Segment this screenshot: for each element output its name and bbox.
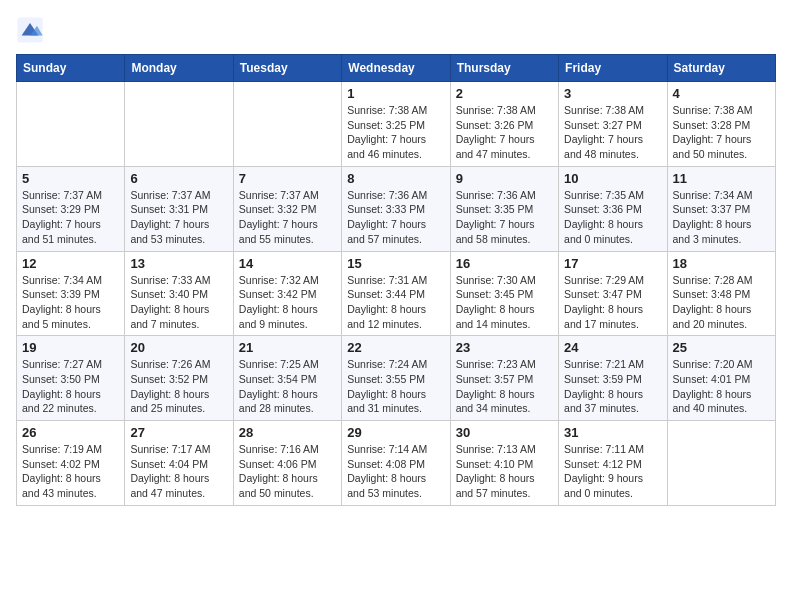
day-number: 30: [456, 425, 553, 440]
calendar-week-row: 19Sunrise: 7:27 AMSunset: 3:50 PMDayligh…: [17, 336, 776, 421]
day-info: Sunrise: 7:29 AMSunset: 3:47 PMDaylight:…: [564, 273, 661, 332]
day-number: 12: [22, 256, 119, 271]
calendar-cell: 21Sunrise: 7:25 AMSunset: 3:54 PMDayligh…: [233, 336, 341, 421]
column-header-thursday: Thursday: [450, 55, 558, 82]
column-header-friday: Friday: [559, 55, 667, 82]
day-number: 18: [673, 256, 770, 271]
calendar-cell: 23Sunrise: 7:23 AMSunset: 3:57 PMDayligh…: [450, 336, 558, 421]
day-info: Sunrise: 7:33 AMSunset: 3:40 PMDaylight:…: [130, 273, 227, 332]
day-number: 15: [347, 256, 444, 271]
day-number: 23: [456, 340, 553, 355]
calendar-cell: 11Sunrise: 7:34 AMSunset: 3:37 PMDayligh…: [667, 166, 775, 251]
day-number: 24: [564, 340, 661, 355]
day-info: Sunrise: 7:37 AMSunset: 3:32 PMDaylight:…: [239, 188, 336, 247]
calendar-week-row: 26Sunrise: 7:19 AMSunset: 4:02 PMDayligh…: [17, 421, 776, 506]
day-number: 8: [347, 171, 444, 186]
day-number: 27: [130, 425, 227, 440]
day-number: 22: [347, 340, 444, 355]
calendar-cell: 28Sunrise: 7:16 AMSunset: 4:06 PMDayligh…: [233, 421, 341, 506]
day-info: Sunrise: 7:26 AMSunset: 3:52 PMDaylight:…: [130, 357, 227, 416]
day-info: Sunrise: 7:11 AMSunset: 4:12 PMDaylight:…: [564, 442, 661, 501]
column-header-wednesday: Wednesday: [342, 55, 450, 82]
day-number: 31: [564, 425, 661, 440]
day-number: 7: [239, 171, 336, 186]
column-header-saturday: Saturday: [667, 55, 775, 82]
day-info: Sunrise: 7:19 AMSunset: 4:02 PMDaylight:…: [22, 442, 119, 501]
day-info: Sunrise: 7:34 AMSunset: 3:37 PMDaylight:…: [673, 188, 770, 247]
day-info: Sunrise: 7:16 AMSunset: 4:06 PMDaylight:…: [239, 442, 336, 501]
calendar-cell: 3Sunrise: 7:38 AMSunset: 3:27 PMDaylight…: [559, 82, 667, 167]
calendar-cell: 18Sunrise: 7:28 AMSunset: 3:48 PMDayligh…: [667, 251, 775, 336]
calendar-cell: 7Sunrise: 7:37 AMSunset: 3:32 PMDaylight…: [233, 166, 341, 251]
day-info: Sunrise: 7:38 AMSunset: 3:25 PMDaylight:…: [347, 103, 444, 162]
day-info: Sunrise: 7:30 AMSunset: 3:45 PMDaylight:…: [456, 273, 553, 332]
calendar-cell: 8Sunrise: 7:36 AMSunset: 3:33 PMDaylight…: [342, 166, 450, 251]
calendar-cell: 19Sunrise: 7:27 AMSunset: 3:50 PMDayligh…: [17, 336, 125, 421]
calendar-cell: 20Sunrise: 7:26 AMSunset: 3:52 PMDayligh…: [125, 336, 233, 421]
calendar-cell: 9Sunrise: 7:36 AMSunset: 3:35 PMDaylight…: [450, 166, 558, 251]
calendar-week-row: 12Sunrise: 7:34 AMSunset: 3:39 PMDayligh…: [17, 251, 776, 336]
calendar-cell: 5Sunrise: 7:37 AMSunset: 3:29 PMDaylight…: [17, 166, 125, 251]
calendar-cell: [125, 82, 233, 167]
calendar-cell: 14Sunrise: 7:32 AMSunset: 3:42 PMDayligh…: [233, 251, 341, 336]
day-number: 19: [22, 340, 119, 355]
day-info: Sunrise: 7:34 AMSunset: 3:39 PMDaylight:…: [22, 273, 119, 332]
calendar-cell: 13Sunrise: 7:33 AMSunset: 3:40 PMDayligh…: [125, 251, 233, 336]
calendar-cell: [17, 82, 125, 167]
day-info: Sunrise: 7:27 AMSunset: 3:50 PMDaylight:…: [22, 357, 119, 416]
calendar-cell: 27Sunrise: 7:17 AMSunset: 4:04 PMDayligh…: [125, 421, 233, 506]
calendar-cell: 6Sunrise: 7:37 AMSunset: 3:31 PMDaylight…: [125, 166, 233, 251]
day-number: 9: [456, 171, 553, 186]
day-number: 14: [239, 256, 336, 271]
column-header-monday: Monday: [125, 55, 233, 82]
day-number: 6: [130, 171, 227, 186]
day-number: 11: [673, 171, 770, 186]
calendar-cell: [667, 421, 775, 506]
calendar-cell: 17Sunrise: 7:29 AMSunset: 3:47 PMDayligh…: [559, 251, 667, 336]
logo-icon: [16, 16, 44, 44]
day-number: 17: [564, 256, 661, 271]
day-info: Sunrise: 7:36 AMSunset: 3:35 PMDaylight:…: [456, 188, 553, 247]
day-info: Sunrise: 7:31 AMSunset: 3:44 PMDaylight:…: [347, 273, 444, 332]
day-info: Sunrise: 7:25 AMSunset: 3:54 PMDaylight:…: [239, 357, 336, 416]
calendar-cell: 12Sunrise: 7:34 AMSunset: 3:39 PMDayligh…: [17, 251, 125, 336]
calendar-header-row: SundayMondayTuesdayWednesdayThursdayFrid…: [17, 55, 776, 82]
day-number: 4: [673, 86, 770, 101]
calendar-cell: 31Sunrise: 7:11 AMSunset: 4:12 PMDayligh…: [559, 421, 667, 506]
day-number: 1: [347, 86, 444, 101]
day-number: 5: [22, 171, 119, 186]
column-header-tuesday: Tuesday: [233, 55, 341, 82]
day-info: Sunrise: 7:37 AMSunset: 3:31 PMDaylight:…: [130, 188, 227, 247]
calendar-cell: 15Sunrise: 7:31 AMSunset: 3:44 PMDayligh…: [342, 251, 450, 336]
calendar-week-row: 1Sunrise: 7:38 AMSunset: 3:25 PMDaylight…: [17, 82, 776, 167]
calendar-week-row: 5Sunrise: 7:37 AMSunset: 3:29 PMDaylight…: [17, 166, 776, 251]
day-info: Sunrise: 7:37 AMSunset: 3:29 PMDaylight:…: [22, 188, 119, 247]
day-number: 3: [564, 86, 661, 101]
calendar-cell: 10Sunrise: 7:35 AMSunset: 3:36 PMDayligh…: [559, 166, 667, 251]
calendar-cell: 24Sunrise: 7:21 AMSunset: 3:59 PMDayligh…: [559, 336, 667, 421]
day-info: Sunrise: 7:38 AMSunset: 3:28 PMDaylight:…: [673, 103, 770, 162]
day-number: 16: [456, 256, 553, 271]
calendar-cell: [233, 82, 341, 167]
calendar-cell: 30Sunrise: 7:13 AMSunset: 4:10 PMDayligh…: [450, 421, 558, 506]
day-number: 2: [456, 86, 553, 101]
day-number: 28: [239, 425, 336, 440]
calendar-table: SundayMondayTuesdayWednesdayThursdayFrid…: [16, 54, 776, 506]
day-number: 29: [347, 425, 444, 440]
day-info: Sunrise: 7:20 AMSunset: 4:01 PMDaylight:…: [673, 357, 770, 416]
day-info: Sunrise: 7:13 AMSunset: 4:10 PMDaylight:…: [456, 442, 553, 501]
column-header-sunday: Sunday: [17, 55, 125, 82]
calendar-cell: 1Sunrise: 7:38 AMSunset: 3:25 PMDaylight…: [342, 82, 450, 167]
day-info: Sunrise: 7:32 AMSunset: 3:42 PMDaylight:…: [239, 273, 336, 332]
day-info: Sunrise: 7:36 AMSunset: 3:33 PMDaylight:…: [347, 188, 444, 247]
logo: [16, 16, 48, 44]
calendar-cell: 4Sunrise: 7:38 AMSunset: 3:28 PMDaylight…: [667, 82, 775, 167]
day-info: Sunrise: 7:14 AMSunset: 4:08 PMDaylight:…: [347, 442, 444, 501]
day-info: Sunrise: 7:38 AMSunset: 3:27 PMDaylight:…: [564, 103, 661, 162]
day-number: 26: [22, 425, 119, 440]
day-number: 20: [130, 340, 227, 355]
day-info: Sunrise: 7:17 AMSunset: 4:04 PMDaylight:…: [130, 442, 227, 501]
day-number: 21: [239, 340, 336, 355]
day-info: Sunrise: 7:23 AMSunset: 3:57 PMDaylight:…: [456, 357, 553, 416]
day-info: Sunrise: 7:38 AMSunset: 3:26 PMDaylight:…: [456, 103, 553, 162]
